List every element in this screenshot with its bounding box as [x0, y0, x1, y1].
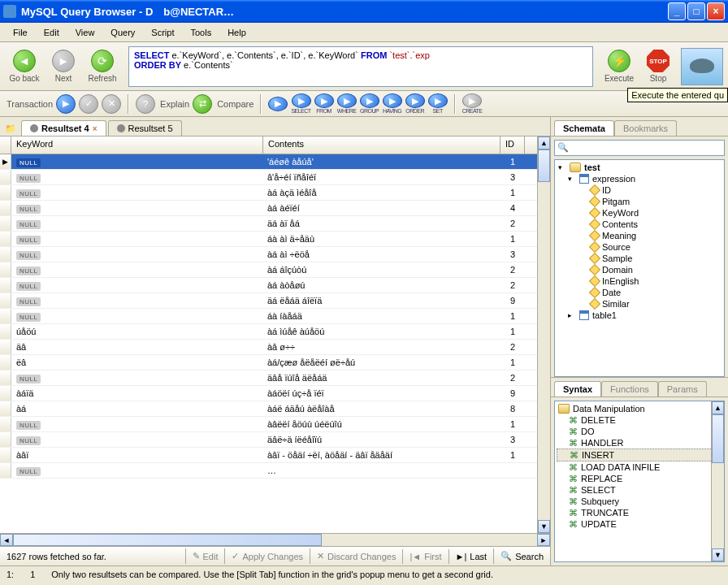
scroll-up-icon[interactable]: ▲	[712, 401, 724, 414]
close-tab-icon[interactable]: ×	[93, 124, 98, 133]
column-node[interactable]: Similar	[557, 298, 722, 310]
table-row[interactable]: NULLàá àòåøú2	[0, 278, 537, 293]
col-id[interactable]: ID	[500, 136, 525, 154]
vertical-scrollbar[interactable]: ▲ ▼	[537, 136, 550, 533]
table-row[interactable]: úåöúàá ìúåê àúåöú1	[0, 324, 537, 340]
sql-blank-button[interactable]: ▶	[268, 97, 288, 111]
column-node[interactable]: InEnglish	[557, 275, 722, 287]
table-row[interactable]: äâàâ ø÷÷2	[0, 340, 537, 355]
sql-group-button[interactable]: ▶GROUP	[360, 93, 379, 114]
table-row[interactable]: àáïäàáöëí úç÷å ïéï9	[0, 386, 537, 401]
table-row[interactable]: NULLäâå ïúîå äëåáä2	[0, 370, 537, 386]
transaction-start-button[interactable]: ▶	[56, 94, 76, 114]
table-row[interactable]: NULLàá àéïéí4	[0, 201, 537, 216]
close-button[interactable]: ×	[707, 2, 725, 20]
transaction-rollback-button[interactable]: ✕	[102, 94, 121, 114]
syntax-tree[interactable]: Data Manipulation ⌘DELETE⌘DO⌘HANDLER⌘INS…	[554, 401, 725, 562]
syntax-item[interactable]: ⌘REPLACE	[557, 473, 722, 484]
explain-button[interactable]: ?	[136, 94, 155, 114]
sql-create-button[interactable]: ▶CREATE	[462, 93, 483, 114]
menu-script[interactable]: Script	[143, 25, 182, 40]
column-node[interactable]: Pitgam	[557, 196, 722, 207]
sql-from-button[interactable]: ▶FROM	[314, 93, 334, 114]
menu-help[interactable]: Help	[219, 25, 254, 40]
scroll-down-icon[interactable]: ▼	[538, 520, 550, 533]
syntax-group[interactable]: Data Manipulation	[557, 403, 722, 414]
query-editor[interactable]: SELECT e.`KeyWord`, e.`Contents`, e.`ID`…	[128, 46, 593, 87]
syntax-item[interactable]: ⌘DO	[557, 426, 722, 437]
col-keyword[interactable]: KeyWord	[11, 136, 263, 154]
menu-view[interactable]: View	[67, 25, 103, 40]
column-node[interactable]: ID	[557, 184, 722, 196]
table-node[interactable]: ▾expression	[557, 173, 722, 184]
column-node[interactable]: KeyWord	[557, 207, 722, 219]
syntax-scrollbar[interactable]: ▲ ▼	[711, 401, 724, 561]
folder-icon[interactable]: 📁	[3, 121, 18, 136]
table-row[interactable]: ▶NULL'áéøê àåúå'1	[0, 154, 537, 170]
menu-file[interactable]: File	[5, 25, 36, 40]
column-node[interactable]: Meaning	[557, 230, 722, 241]
tab-bookmarks[interactable]: Bookmarks	[614, 120, 677, 136]
scroll-up-icon[interactable]: ▲	[538, 136, 550, 150]
syntax-item[interactable]: ⌘SELECT	[557, 484, 722, 496]
column-node[interactable]: Contents	[557, 219, 722, 230]
grid-body[interactable]: ▶NULL'áéøê àåúå'1NULLâ'å÷éí ïñåîéï3NULLà…	[0, 154, 537, 533]
apply-button[interactable]: ✓ Apply Changes	[224, 548, 310, 564]
tab-syntax[interactable]: Syntax	[554, 381, 601, 396]
last-button[interactable]: ►| Last	[448, 549, 494, 564]
table-row[interactable]: NULLáà àì ä÷åäù1	[0, 232, 537, 247]
table-row[interactable]: NULLäá àï åá2	[0, 216, 537, 232]
column-node[interactable]: Domain	[557, 264, 722, 275]
horizontal-scrollbar[interactable]: ◄ ►	[0, 533, 550, 546]
compare-button[interactable]: ⇄	[193, 94, 212, 114]
edit-button[interactable]: ✎ Edit	[185, 548, 225, 564]
syntax-item[interactable]: ⌘DELETE	[557, 414, 722, 426]
table-row[interactable]: NULLâ'å÷éí ïñåîéï3	[0, 170, 537, 185]
syntax-item[interactable]: ⌘HANDLER	[557, 437, 722, 448]
tab-resultset-4[interactable]: Resultset 4 ×	[21, 120, 106, 136]
scroll-down-icon[interactable]: ▼	[712, 548, 724, 561]
syntax-item[interactable]: ⌘Subquery	[557, 496, 722, 507]
schema-search-input[interactable]	[554, 140, 725, 156]
scroll-left-icon[interactable]: ◄	[0, 534, 13, 546]
table-row[interactable]: NULLàâëëí åöúù úéëúîú1	[0, 417, 537, 432]
db-node[interactable]: ▾test	[557, 162, 722, 173]
menu-query[interactable]: Query	[102, 25, 143, 40]
scroll-thumb[interactable]	[538, 150, 550, 182]
tab-schemata[interactable]: Schemata	[554, 120, 614, 136]
table-row[interactable]: ëâàá/çæø åëåëéí øë÷åú1	[0, 355, 537, 370]
first-button[interactable]: |◄ First	[402, 549, 448, 564]
sql-where-button[interactable]: ▶WHERE	[337, 93, 357, 114]
stop-button[interactable]: STOP Stop	[639, 50, 678, 83]
tab-params[interactable]: Params	[658, 381, 707, 396]
goback-button[interactable]: ◄ Go back	[5, 50, 44, 83]
next-button[interactable]: ► Next	[44, 50, 83, 83]
sql-order-button[interactable]: ▶ORDER	[405, 93, 425, 114]
col-contents[interactable]: Contents	[263, 136, 500, 154]
scroll-thumb[interactable]	[13, 534, 322, 546]
table-row[interactable]: NULLàá àì ÷ëöå3	[0, 247, 537, 262]
table-row[interactable]: NULLäâë÷ä íëéåîïú3	[0, 432, 537, 448]
column-node[interactable]: Date	[557, 287, 722, 298]
syntax-item[interactable]: ⌘INSERT	[557, 448, 722, 462]
table-row[interactable]: àâïàâï - öåäí ÷ëí, àöåäí - äâï åäåäí1	[0, 448, 537, 463]
syntax-item[interactable]: ⌘TRUNCATE	[557, 507, 722, 518]
search-button[interactable]: 🔍 Search	[493, 548, 550, 564]
table-row[interactable]: àáàáë áäåú àëåîàå8	[0, 401, 537, 417]
table-node[interactable]: ▸table1	[557, 310, 722, 321]
refresh-button[interactable]: ⟳ Refresh	[83, 50, 122, 83]
discard-button[interactable]: ✕ Discard Changes	[310, 548, 402, 564]
tab-functions[interactable]: Functions	[601, 381, 658, 396]
table-row[interactable]: NULLäá ëåáä áîëïä9	[0, 293, 537, 309]
scroll-right-icon[interactable]: ►	[537, 534, 550, 546]
menu-edit[interactable]: Edit	[36, 25, 67, 40]
sql-set-button[interactable]: ▶SET	[428, 93, 448, 114]
minimize-button[interactable]: _	[668, 2, 686, 20]
maximize-button[interactable]: □	[687, 2, 705, 20]
table-row[interactable]: NULLàá àçä ìéåîå1	[0, 185, 537, 201]
execute-button[interactable]: ⚡ Execute	[600, 50, 639, 83]
column-node[interactable]: Source	[557, 241, 722, 253]
syntax-item[interactable]: ⌘LOAD DATA INFILE	[557, 462, 722, 473]
tab-resultset-5[interactable]: Resultset 5	[108, 120, 182, 136]
schema-tree[interactable]: ▾test ▾expression IDPitgamKeyWordContent…	[554, 159, 725, 377]
